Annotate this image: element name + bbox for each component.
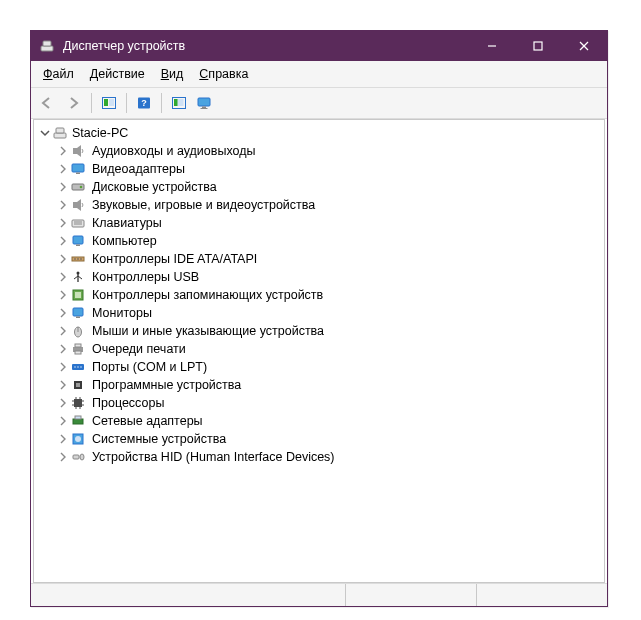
toolbar-separator [91,93,92,113]
printer-icon [70,341,86,357]
svg-text:?: ? [141,98,147,108]
tree-item[interactable]: Сетевые адаптеры [56,412,604,430]
tree-item[interactable]: Контроллеры запоминающих устройств [56,286,604,304]
help-button[interactable]: ? [132,91,156,115]
maximize-button[interactable] [515,31,561,61]
port-icon [70,359,86,375]
menu-bar: Файл Действие Вид Справка [31,61,607,87]
tree-item-label: Устройства HID (Human Interface Devices) [90,450,335,464]
tree-item-label: Клавиатуры [90,216,162,230]
chevron-right-icon [56,272,70,282]
tree-item-label: Очереди печати [90,342,186,356]
tree-item-label: Контроллеры IDE ATA/ATAPI [90,252,257,266]
chevron-right-icon [56,326,70,336]
cpu-icon [70,395,86,411]
tree-item[interactable]: Контроллеры USB [56,268,604,286]
system-icon [70,431,86,447]
scan-hardware-button[interactable] [167,91,191,115]
menu-action[interactable]: Действие [84,65,151,83]
tree-item-label: Сетевые адаптеры [90,414,203,428]
audio-icon [70,143,86,159]
chevron-right-icon [56,200,70,210]
tree-root-label: Stacie-PC [72,126,128,140]
tree-item[interactable]: Системные устройства [56,430,604,448]
tree-item[interactable]: Видеоадаптеры [56,160,604,178]
svg-rect-17 [54,133,66,138]
tree-item[interactable]: Программные устройства [56,376,604,394]
tree-item-label: Процессоры [90,396,164,410]
chevron-right-icon [56,146,70,156]
monitor-button[interactable] [193,91,217,115]
window-title: Диспетчер устройств [63,39,469,53]
svg-rect-7 [104,99,108,106]
forward-button[interactable] [62,91,86,115]
mouse-icon [70,323,86,339]
chevron-right-icon [56,308,70,318]
tree-item[interactable]: Устройства HID (Human Interface Devices) [56,448,604,466]
tree-item-label: Звуковые, игровые и видеоустройства [90,198,315,212]
toolbar-separator [126,93,127,113]
tree-item[interactable]: Мыши и иные указывающие устройства [56,322,604,340]
status-segment [346,584,477,606]
storage-icon [70,287,86,303]
device-manager-window: Диспетчер устройств Файл Действие [30,30,608,607]
title-bar: Диспетчер устройств [31,31,607,61]
chevron-right-icon [56,164,70,174]
tree-item[interactable]: Контроллеры IDE ATA/ATAPI [56,250,604,268]
tree-item-label: Компьютер [90,234,157,248]
svg-rect-3 [534,42,542,50]
chevron-right-icon [56,380,70,390]
status-bar [31,583,607,606]
status-segment [31,584,346,606]
software-device-icon [70,377,86,393]
network-icon [70,413,86,429]
tree-item[interactable]: Порты (COM и LPT) [56,358,604,376]
display-adapter-icon [70,161,86,177]
svg-rect-0 [41,46,53,51]
tree-item[interactable]: Звуковые, игровые и видеоустройства [56,196,604,214]
keyboard-icon [70,215,86,231]
usb-icon [70,269,86,285]
tree-item[interactable]: Дисковые устройства [56,178,604,196]
disk-icon [70,179,86,195]
app-icon [39,38,55,54]
svg-rect-14 [198,98,210,106]
ide-icon [70,251,86,267]
chevron-right-icon [56,398,70,408]
menu-help[interactable]: Справка [193,65,254,83]
tree-item[interactable]: Компьютер [56,232,604,250]
tree-root[interactable]: Stacie-PC [34,124,604,142]
chevron-right-icon [56,452,70,462]
show-hide-tree-button[interactable] [97,91,121,115]
chevron-right-icon [56,290,70,300]
tree-item-label: Дисковые устройства [90,180,217,194]
tree-item[interactable]: Очереди печати [56,340,604,358]
computer-icon [70,233,86,249]
chevron-right-icon [56,218,70,228]
chevron-right-icon [56,362,70,372]
tree-item[interactable]: Мониторы [56,304,604,322]
tree-item[interactable]: Процессоры [56,394,604,412]
tree-item[interactable]: Аудиовходы и аудиовыходы [56,142,604,160]
menu-file[interactable]: Файл [37,65,80,83]
hid-icon [70,449,86,465]
tree-item-label: Системные устройства [90,432,226,446]
audio-icon [70,197,86,213]
tree-item-label: Программные устройства [90,378,241,392]
monitor-icon [70,305,86,321]
tree-item-label: Мониторы [90,306,152,320]
tree-item[interactable]: Клавиатуры [56,214,604,232]
chevron-right-icon [56,416,70,426]
chevron-right-icon [56,344,70,354]
svg-rect-8 [109,99,114,106]
chevron-down-icon [38,128,52,138]
svg-rect-15 [202,107,206,109]
close-button[interactable] [561,31,607,61]
back-button[interactable] [36,91,60,115]
minimize-button[interactable] [469,31,515,61]
chevron-right-icon [56,254,70,264]
menu-view[interactable]: Вид [155,65,190,83]
chevron-right-icon [56,434,70,444]
device-tree[interactable]: Stacie-PC Аудиовходы и аудиовыходыВидеоа… [33,119,605,583]
tree-item-label: Контроллеры запоминающих устройств [90,288,323,302]
